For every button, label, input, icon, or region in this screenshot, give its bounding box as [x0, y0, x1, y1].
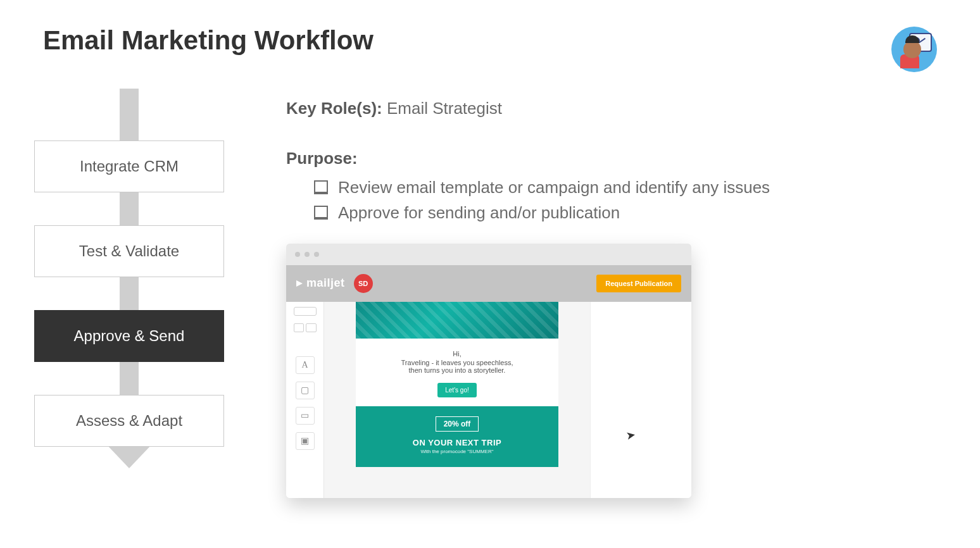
text-block-icon[interactable]: A: [296, 356, 315, 374]
content-column: Key Role(s): Email Strategist Purpose: R…: [286, 99, 937, 498]
video-block-icon[interactable]: ▣: [296, 432, 315, 450]
layout-two-col-icon[interactable]: [294, 323, 317, 332]
key-roles-row: Key Role(s): Email Strategist: [286, 99, 937, 118]
traffic-light-icon: [305, 252, 310, 257]
promo-headline: ON YOUR NEXT TRIP: [362, 438, 552, 447]
email-intro-text: Hi, Traveling - it leaves you speechless…: [356, 339, 558, 378]
step-integrate-crm: Integrate CRM: [34, 140, 224, 192]
promo-code-text: With the promocode "SUMMER": [362, 449, 552, 454]
slide-title: Email Marketing Workflow: [43, 25, 374, 56]
user-badge[interactable]: SD: [354, 274, 373, 293]
purpose-item: Review email template or campaign and id…: [314, 175, 937, 200]
traffic-light-icon: [295, 252, 300, 257]
key-roles-label: Key Role(s):: [286, 99, 382, 118]
mailjet-logo: mailjet: [296, 277, 345, 290]
editor-right-pane: ➤: [590, 302, 691, 498]
email-body: Hi, Traveling - it leaves you speechless…: [356, 302, 558, 467]
email-hero-image: [356, 302, 558, 339]
presenter-avatar: [891, 27, 937, 72]
workflow-column: Integrate CRM Test & Validate Approve & …: [34, 89, 224, 447]
purpose-list: Review email template or campaign and id…: [286, 175, 937, 226]
arrow-head-icon: [105, 443, 153, 468]
traffic-light-icon: [314, 252, 319, 257]
editor-sidebar: A ▢ ▭ ▣: [286, 302, 324, 498]
layout-block-icon[interactable]: [294, 307, 317, 316]
request-publication-button[interactable]: Request Publication: [596, 275, 681, 292]
step-assess-adapt: Assess & Adapt: [34, 395, 224, 447]
email-line-1: Traveling - it leaves you speechless,: [368, 359, 546, 366]
app-topbar: mailjet SD Request Publication: [286, 265, 691, 302]
purpose-heading: Purpose:: [286, 149, 937, 168]
window-chrome: [286, 244, 691, 265]
step-approve-send: Approve & Send: [34, 310, 224, 362]
image-block-icon[interactable]: ▢: [296, 382, 315, 399]
button-block-icon[interactable]: ▭: [296, 407, 315, 425]
email-greeting: Hi,: [368, 350, 546, 358]
avatar-face: [903, 40, 921, 58]
email-cta-button[interactable]: Let's go!: [437, 383, 477, 397]
app-screenshot: mailjet SD Request Publication A ▢ ▭ ▣: [286, 244, 691, 498]
app-main: A ▢ ▭ ▣ Hi, Traveling - it leaves you sp…: [286, 302, 691, 498]
workflow-steps: Integrate CRM Test & Validate Approve & …: [34, 140, 224, 447]
email-line-2: then turns you into a storyteller.: [368, 366, 546, 374]
promo-discount: 20% off: [436, 416, 479, 432]
app-body: mailjet SD Request Publication A ▢ ▭ ▣: [286, 265, 691, 498]
email-promo-block: 20% off ON YOUR NEXT TRIP With the promo…: [356, 406, 558, 467]
email-canvas[interactable]: Hi, Traveling - it leaves you speechless…: [324, 302, 590, 498]
step-test-validate: Test & Validate: [34, 225, 224, 277]
cursor-icon: ➤: [625, 427, 637, 442]
purpose-item: Approve for sending and/or publication: [314, 200, 937, 225]
key-roles-value: Email Strategist: [387, 99, 502, 118]
